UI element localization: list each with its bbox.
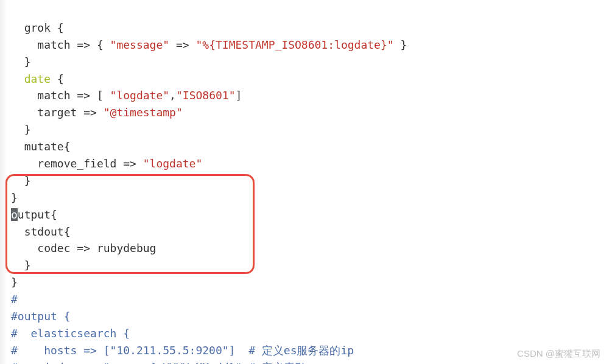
- code-line: # index => "emqx-%{+YYYY.MM.dd}" # 定义索引: [11, 361, 306, 364]
- code-line: #: [11, 293, 18, 306]
- code-line: }: [11, 55, 31, 68]
- code-line: #output {: [11, 310, 71, 323]
- cursor-position: o: [11, 208, 18, 221]
- code-line: }: [11, 276, 18, 289]
- code-line: codec => rubydebug: [11, 242, 156, 254]
- code-line: grok {: [11, 21, 64, 34]
- code-line: }: [11, 123, 31, 136]
- code-line: stdout{: [11, 225, 71, 238]
- code-line: remove_field => "logdate": [11, 157, 202, 170]
- code-line: match => { "message" => "%{TIMESTAMP_ISO…: [11, 38, 407, 51]
- code-line: mutate{: [11, 140, 71, 153]
- code-line: }: [11, 259, 31, 271]
- watermark: CSDN @蜜獾互联网: [517, 346, 600, 360]
- code-line: target => "@timestamp": [11, 106, 183, 119]
- code-line: date {: [11, 72, 64, 85]
- code-line: output{: [11, 208, 57, 221]
- code-line: }: [11, 174, 31, 187]
- left-shadow: [0, 0, 7, 364]
- code-line: }: [11, 191, 18, 204]
- code-line: match => [ "logdate","ISO8601"]: [11, 89, 242, 102]
- code-line: # hosts => ["10.211.55.5:9200"] # 定义es服务…: [11, 344, 354, 357]
- config-code-block: grok { match => { "message" => "%{TIMEST…: [11, 2, 609, 364]
- code-line: # elasticsearch {: [11, 327, 130, 340]
